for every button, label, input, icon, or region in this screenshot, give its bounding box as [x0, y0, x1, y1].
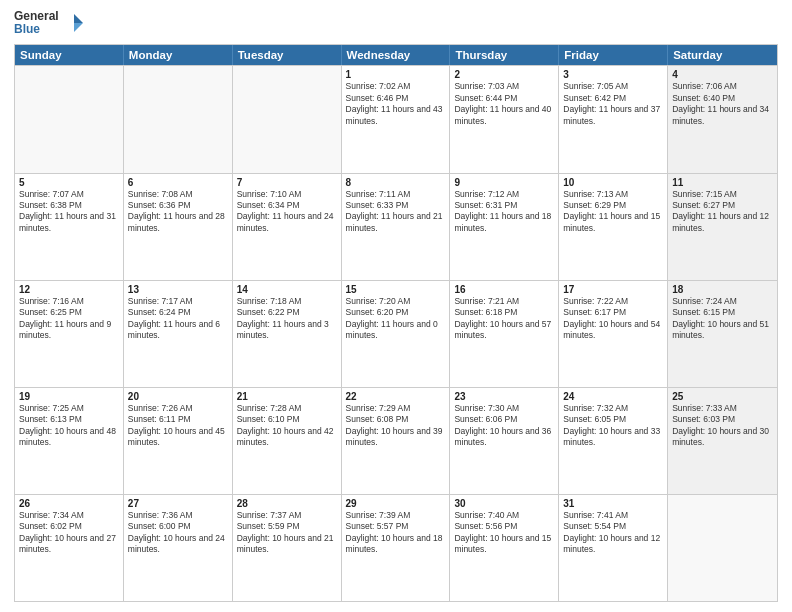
cal-cell-2-6: 18Sunrise: 7:24 AM Sunset: 6:15 PM Dayli… — [668, 281, 777, 387]
day-number: 17 — [563, 284, 663, 295]
day-info: Sunrise: 7:18 AM Sunset: 6:22 PM Dayligh… — [237, 296, 337, 342]
cal-cell-1-6: 11Sunrise: 7:15 AM Sunset: 6:27 PM Dayli… — [668, 174, 777, 280]
calendar-header: SundayMondayTuesdayWednesdayThursdayFrid… — [15, 45, 777, 65]
day-number: 2 — [454, 69, 554, 80]
header-day-friday: Friday — [559, 45, 668, 65]
day-number: 5 — [19, 177, 119, 188]
header: General Blue — [14, 10, 778, 36]
day-number: 21 — [237, 391, 337, 402]
day-number: 23 — [454, 391, 554, 402]
day-info: Sunrise: 7:10 AM Sunset: 6:34 PM Dayligh… — [237, 189, 337, 235]
cal-cell-3-6: 25Sunrise: 7:33 AM Sunset: 6:03 PM Dayli… — [668, 388, 777, 494]
cal-cell-3-1: 20Sunrise: 7:26 AM Sunset: 6:11 PM Dayli… — [124, 388, 233, 494]
cal-cell-2-4: 16Sunrise: 7:21 AM Sunset: 6:18 PM Dayli… — [450, 281, 559, 387]
header-day-tuesday: Tuesday — [233, 45, 342, 65]
cal-cell-2-2: 14Sunrise: 7:18 AM Sunset: 6:22 PM Dayli… — [233, 281, 342, 387]
day-info: Sunrise: 7:17 AM Sunset: 6:24 PM Dayligh… — [128, 296, 228, 342]
cal-cell-4-2: 28Sunrise: 7:37 AM Sunset: 5:59 PM Dayli… — [233, 495, 342, 601]
logo-blue-text: Blue — [14, 23, 59, 36]
cal-cell-1-4: 9Sunrise: 7:12 AM Sunset: 6:31 PM Daylig… — [450, 174, 559, 280]
day-number: 27 — [128, 498, 228, 509]
day-info: Sunrise: 7:33 AM Sunset: 6:03 PM Dayligh… — [672, 403, 773, 449]
day-number: 16 — [454, 284, 554, 295]
day-number: 24 — [563, 391, 663, 402]
day-info: Sunrise: 7:28 AM Sunset: 6:10 PM Dayligh… — [237, 403, 337, 449]
cal-cell-3-2: 21Sunrise: 7:28 AM Sunset: 6:10 PM Dayli… — [233, 388, 342, 494]
header-day-wednesday: Wednesday — [342, 45, 451, 65]
header-day-saturday: Saturday — [668, 45, 777, 65]
day-info: Sunrise: 7:36 AM Sunset: 6:00 PM Dayligh… — [128, 510, 228, 556]
cal-cell-3-5: 24Sunrise: 7:32 AM Sunset: 6:05 PM Dayli… — [559, 388, 668, 494]
day-number: 18 — [672, 284, 773, 295]
cal-cell-3-4: 23Sunrise: 7:30 AM Sunset: 6:06 PM Dayli… — [450, 388, 559, 494]
cal-cell-4-4: 30Sunrise: 7:40 AM Sunset: 5:56 PM Dayli… — [450, 495, 559, 601]
logo-flag-icon — [63, 12, 85, 34]
day-number: 8 — [346, 177, 446, 188]
day-info: Sunrise: 7:08 AM Sunset: 6:36 PM Dayligh… — [128, 189, 228, 235]
day-info: Sunrise: 7:02 AM Sunset: 6:46 PM Dayligh… — [346, 81, 446, 127]
cal-cell-1-0: 5Sunrise: 7:07 AM Sunset: 6:38 PM Daylig… — [15, 174, 124, 280]
cal-cell-4-5: 31Sunrise: 7:41 AM Sunset: 5:54 PM Dayli… — [559, 495, 668, 601]
cal-cell-1-2: 7Sunrise: 7:10 AM Sunset: 6:34 PM Daylig… — [233, 174, 342, 280]
day-number: 6 — [128, 177, 228, 188]
day-number: 3 — [563, 69, 663, 80]
cal-cell-1-1: 6Sunrise: 7:08 AM Sunset: 6:36 PM Daylig… — [124, 174, 233, 280]
day-info: Sunrise: 7:15 AM Sunset: 6:27 PM Dayligh… — [672, 189, 773, 235]
calendar-body: 1Sunrise: 7:02 AM Sunset: 6:46 PM Daylig… — [15, 65, 777, 601]
cal-cell-4-6 — [668, 495, 777, 601]
day-info: Sunrise: 7:21 AM Sunset: 6:18 PM Dayligh… — [454, 296, 554, 342]
day-number: 7 — [237, 177, 337, 188]
calendar-row-2: 12Sunrise: 7:16 AM Sunset: 6:25 PM Dayli… — [15, 280, 777, 387]
cal-cell-0-4: 2Sunrise: 7:03 AM Sunset: 6:44 PM Daylig… — [450, 66, 559, 172]
day-number: 9 — [454, 177, 554, 188]
svg-marker-0 — [74, 14, 83, 23]
svg-marker-1 — [74, 23, 83, 32]
cal-cell-2-3: 15Sunrise: 7:20 AM Sunset: 6:20 PM Dayli… — [342, 281, 451, 387]
day-number: 10 — [563, 177, 663, 188]
day-number: 11 — [672, 177, 773, 188]
cal-cell-0-2 — [233, 66, 342, 172]
cal-cell-3-3: 22Sunrise: 7:29 AM Sunset: 6:08 PM Dayli… — [342, 388, 451, 494]
cal-cell-1-5: 10Sunrise: 7:13 AM Sunset: 6:29 PM Dayli… — [559, 174, 668, 280]
day-info: Sunrise: 7:25 AM Sunset: 6:13 PM Dayligh… — [19, 403, 119, 449]
day-number: 29 — [346, 498, 446, 509]
calendar-row-0: 1Sunrise: 7:02 AM Sunset: 6:46 PM Daylig… — [15, 65, 777, 172]
day-number: 28 — [237, 498, 337, 509]
day-info: Sunrise: 7:40 AM Sunset: 5:56 PM Dayligh… — [454, 510, 554, 556]
day-number: 14 — [237, 284, 337, 295]
day-info: Sunrise: 7:11 AM Sunset: 6:33 PM Dayligh… — [346, 189, 446, 235]
day-number: 25 — [672, 391, 773, 402]
cal-cell-4-1: 27Sunrise: 7:36 AM Sunset: 6:00 PM Dayli… — [124, 495, 233, 601]
cal-cell-0-0 — [15, 66, 124, 172]
logo: General Blue — [14, 10, 85, 36]
day-info: Sunrise: 7:34 AM Sunset: 6:02 PM Dayligh… — [19, 510, 119, 556]
header-day-monday: Monday — [124, 45, 233, 65]
cal-cell-4-3: 29Sunrise: 7:39 AM Sunset: 5:57 PM Dayli… — [342, 495, 451, 601]
cal-cell-2-0: 12Sunrise: 7:16 AM Sunset: 6:25 PM Dayli… — [15, 281, 124, 387]
day-info: Sunrise: 7:07 AM Sunset: 6:38 PM Dayligh… — [19, 189, 119, 235]
cal-cell-0-1 — [124, 66, 233, 172]
day-info: Sunrise: 7:30 AM Sunset: 6:06 PM Dayligh… — [454, 403, 554, 449]
day-info: Sunrise: 7:41 AM Sunset: 5:54 PM Dayligh… — [563, 510, 663, 556]
day-info: Sunrise: 7:29 AM Sunset: 6:08 PM Dayligh… — [346, 403, 446, 449]
day-info: Sunrise: 7:13 AM Sunset: 6:29 PM Dayligh… — [563, 189, 663, 235]
page: General Blue SundayMondayTuesdayWednesda… — [0, 0, 792, 612]
cal-cell-2-5: 17Sunrise: 7:22 AM Sunset: 6:17 PM Dayli… — [559, 281, 668, 387]
day-info: Sunrise: 7:24 AM Sunset: 6:15 PM Dayligh… — [672, 296, 773, 342]
day-info: Sunrise: 7:06 AM Sunset: 6:40 PM Dayligh… — [672, 81, 773, 127]
day-info: Sunrise: 7:20 AM Sunset: 6:20 PM Dayligh… — [346, 296, 446, 342]
day-number: 1 — [346, 69, 446, 80]
day-number: 4 — [672, 69, 773, 80]
day-number: 19 — [19, 391, 119, 402]
day-info: Sunrise: 7:16 AM Sunset: 6:25 PM Dayligh… — [19, 296, 119, 342]
cal-cell-0-3: 1Sunrise: 7:02 AM Sunset: 6:46 PM Daylig… — [342, 66, 451, 172]
day-number: 20 — [128, 391, 228, 402]
cal-cell-0-5: 3Sunrise: 7:05 AM Sunset: 6:42 PM Daylig… — [559, 66, 668, 172]
calendar-row-4: 26Sunrise: 7:34 AM Sunset: 6:02 PM Dayli… — [15, 494, 777, 601]
day-info: Sunrise: 7:26 AM Sunset: 6:11 PM Dayligh… — [128, 403, 228, 449]
header-day-thursday: Thursday — [450, 45, 559, 65]
day-info: Sunrise: 7:12 AM Sunset: 6:31 PM Dayligh… — [454, 189, 554, 235]
cal-cell-1-3: 8Sunrise: 7:11 AM Sunset: 6:33 PM Daylig… — [342, 174, 451, 280]
calendar-row-1: 5Sunrise: 7:07 AM Sunset: 6:38 PM Daylig… — [15, 173, 777, 280]
day-info: Sunrise: 7:32 AM Sunset: 6:05 PM Dayligh… — [563, 403, 663, 449]
